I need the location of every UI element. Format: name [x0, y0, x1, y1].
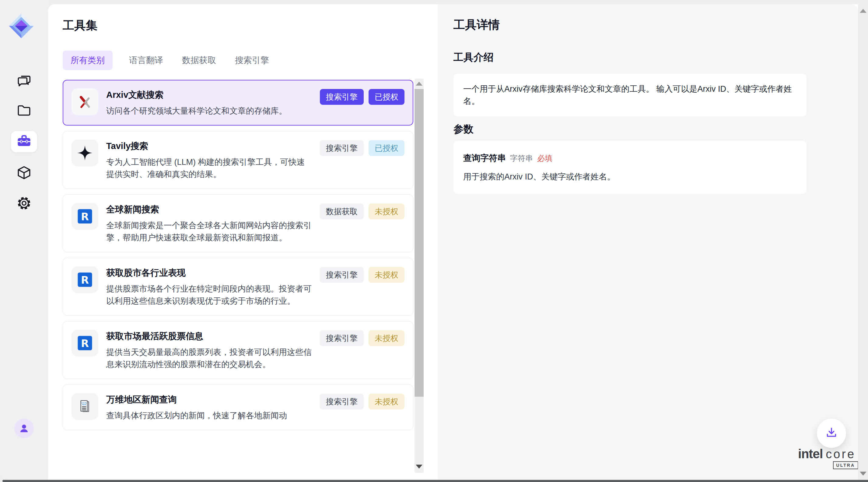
main-panel: 工具集 所有类别语言翻译数据获取搜索引擎 Arxiv文献搜索 访问各个研究领域大… — [48, 4, 858, 482]
tool-auth-badge: 未授权 — [369, 267, 404, 283]
tool-description: 提供当天交易量最高的股票列表，投资者可以利用这些信息来识别流动性强的股票和潜在的… — [106, 346, 312, 370]
core-wordmark: core — [826, 447, 856, 461]
sidebar-item-models[interactable] — [0, 166, 48, 181]
tool-name: 万维地区新闻查询 — [106, 394, 312, 406]
tool-card-1[interactable]: Tavily搜索 专为人工智能代理 (LLM) 构建的搜索引擎工具，可快速提供实… — [63, 131, 413, 189]
svg-text:R: R — [81, 211, 89, 223]
toolbox-icon — [16, 133, 32, 150]
tool-card-3[interactable]: R 获取股市各行业表现 提供股票市场各个行业在特定时间段内的表现。投资者可以利用… — [63, 258, 413, 316]
juhe-logo-icon: R — [71, 203, 98, 230]
svg-text:R: R — [81, 274, 89, 286]
page-title: 工具集 — [63, 18, 97, 33]
tool-description: 全球新闻搜索是一个聚合全球各大新闻网站内容的搜索引擎，帮助用户快速获取全球最新资… — [106, 219, 312, 244]
tool-card-list: Arxiv文献搜索 访问各个研究领域大量科学论文和文章的存储库。 搜索引擎 已授… — [63, 80, 413, 430]
tool-list-scrollbar-thumb[interactable] — [414, 89, 424, 397]
params-heading: 参数 — [454, 122, 473, 136]
tool-description: 提供股票市场各个行业在特定时间段内的表现。投资者可以利用这些信息来识别表现优于或… — [106, 283, 312, 307]
parameter-card: 查询字符串 字符串 必填 用于搜索的Arxiv ID、关键字或作者姓名。 — [454, 141, 807, 194]
parameter-required-flag: 必填 — [537, 153, 552, 163]
intel-wordmark: intel — [798, 447, 823, 461]
toolset-list-section: 工具集 所有类别语言翻译数据获取搜索引擎 Arxiv文献搜索 访问各个研究领域大… — [48, 4, 438, 482]
app-window: 工具集 所有类别语言翻译数据获取搜索引擎 Arxiv文献搜索 访问各个研究领域大… — [0, 0, 868, 482]
tool-name: Arxiv文献搜索 — [106, 89, 312, 101]
gear-icon — [17, 196, 32, 212]
tool-description: 专为人工智能代理 (LLM) 构建的搜索引擎工具，可快速提供实时、准确和真实的结… — [106, 156, 312, 180]
tool-card-0[interactable]: Arxiv文献搜索 访问各个研究领域大量科学论文和文章的存储库。 搜索引擎 已授… — [63, 80, 413, 125]
tab-3[interactable]: 搜索引擎 — [232, 51, 272, 70]
tab-2[interactable]: 数据获取 — [180, 51, 219, 70]
download-icon — [825, 426, 838, 441]
chat-icon — [17, 74, 32, 90]
tool-auth-badge: 已授权 — [369, 140, 404, 156]
sidebar-item-chat[interactable] — [0, 74, 48, 89]
left-sidebar — [0, 0, 48, 480]
page-scroll-up-arrow-icon[interactable] — [860, 9, 866, 13]
cube-icon — [17, 165, 32, 181]
ultra-badge: ULTRA — [833, 461, 858, 469]
tool-auth-badge: 未授权 — [369, 330, 404, 346]
tool-description: 查询具体行政区划内的新闻，快速了解各地新闻动 — [106, 409, 312, 422]
intel-core-ultra-logo: intel core ULTRA — [798, 447, 850, 461]
tool-category-badge: 搜索引擎 — [320, 140, 364, 156]
svg-text:R: R — [81, 338, 89, 349]
page-scroll-down-arrow-icon[interactable] — [860, 472, 866, 476]
tool-card-5[interactable]: LOCALNEW 万维地区新闻查询 查询具体行政区划内的新闻，快速了解各地新闻动… — [63, 385, 413, 430]
tool-auth-badge: 已授权 — [369, 89, 404, 105]
tool-category-badge: 搜索引擎 — [320, 89, 364, 105]
tool-name: 获取股市各行业表现 — [106, 267, 312, 279]
parameter-type: 字符串 — [510, 153, 533, 163]
tool-name: Tavily搜索 — [106, 140, 312, 152]
sidebar-toggle-button[interactable] — [17, 446, 31, 459]
tool-details-section: 工具详情 工具介绍 一个用于从Arxiv存储库搜索科学论文和文章的工具。 输入可… — [438, 4, 858, 482]
local-news-icon: LOCALNEW — [71, 393, 98, 420]
parameter-name: 查询字符串 — [463, 152, 506, 164]
folder-icon — [17, 103, 32, 119]
tab-1[interactable]: 语言翻译 — [127, 51, 165, 70]
scroll-down-arrow-icon[interactable] — [416, 465, 423, 469]
sidebar-item-settings[interactable] — [0, 196, 48, 211]
tool-category-badge: 搜索引擎 — [320, 267, 364, 283]
tool-list-scrollbar[interactable] — [414, 79, 424, 473]
intro-card: 一个用于从Arxiv存储库搜索科学论文和文章的工具。 输入可以是Arxiv ID… — [454, 74, 807, 116]
tool-category-badge: 搜索引擎 — [320, 330, 364, 346]
juhe-logo-icon: R — [71, 266, 98, 293]
sidebar-item-toolbox-active[interactable] — [11, 131, 37, 152]
tool-category-badge: 搜索引擎 — [320, 394, 364, 409]
arxiv-logo-icon — [71, 88, 98, 115]
details-title: 工具详情 — [454, 17, 500, 33]
page-scrollbar[interactable] — [858, 5, 868, 480]
svg-text:NEW: NEW — [82, 404, 87, 405]
tool-auth-badge: 未授权 — [369, 394, 404, 409]
category-tabs: 所有类别语言翻译数据获取搜索引擎 — [63, 51, 272, 70]
tool-description: 访问各个研究领域大量科学论文和文章的存储库。 — [106, 105, 312, 117]
parameter-description: 用于搜索的Arxiv ID、关键字或作者姓名。 — [463, 171, 797, 182]
scroll-up-arrow-icon[interactable] — [416, 82, 423, 86]
sidebar-item-files[interactable] — [0, 103, 48, 118]
tool-category-badge: 数据获取 — [320, 203, 364, 219]
tool-card-4[interactable]: R 获取市场最活跃股票信息 提供当天交易量最高的股票列表，投资者可以利用这些信息… — [63, 321, 413, 379]
tool-name: 全球新闻搜索 — [106, 203, 312, 216]
tab-0[interactable]: 所有类别 — [63, 51, 113, 70]
tool-name: 获取市场最活跃股票信息 — [106, 330, 312, 342]
tavily-star-icon — [71, 140, 98, 166]
user-avatar[interactable] — [14, 419, 34, 438]
intro-heading: 工具介绍 — [454, 51, 494, 64]
app-logo-diamond-icon — [8, 13, 34, 39]
tool-auth-badge: 未授权 — [369, 203, 404, 219]
tool-card-2[interactable]: R 全球新闻搜索 全球新闻搜索是一个聚合全球各大新闻网站内容的搜索引擎，帮助用户… — [63, 194, 413, 252]
window-bottom-edge — [2, 480, 868, 482]
juhe-logo-icon: R — [71, 330, 98, 357]
download-button[interactable] — [817, 419, 846, 448]
